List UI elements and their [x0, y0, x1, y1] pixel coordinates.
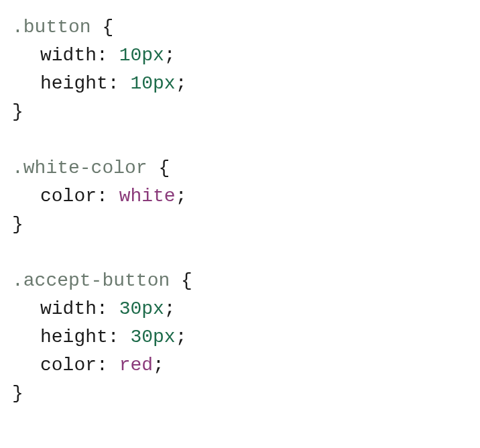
css-property: width — [40, 45, 97, 66]
indent — [12, 42, 40, 70]
indent — [12, 182, 40, 211]
close-brace: } — [12, 101, 23, 122]
semicolon: ; — [164, 45, 176, 66]
css-property: width — [40, 298, 97, 319]
css-rule-close-line: } — [12, 380, 468, 408]
css-property: color — [40, 186, 97, 207]
close-brace: } — [12, 214, 23, 235]
semicolon: ; — [153, 355, 164, 376]
colon: : — [97, 355, 119, 376]
css-value: red — [119, 355, 153, 376]
semicolon: ; — [176, 73, 187, 94]
css-property: height — [40, 73, 108, 94]
css-rule-selector-line: .white-color { — [12, 154, 468, 182]
close-brace: } — [12, 383, 23, 404]
open-brace: { — [91, 17, 114, 38]
css-declaration-line: height: 10px; — [12, 70, 468, 98]
blank-line — [12, 239, 468, 267]
css-value: 10px — [119, 45, 164, 66]
css-declaration-line: color: white; — [12, 182, 468, 211]
colon: : — [97, 298, 119, 319]
css-selector: .accept-button — [12, 270, 170, 291]
css-value: white — [119, 186, 176, 207]
indent — [12, 323, 40, 351]
css-declaration-line: height: 30px; — [12, 323, 468, 351]
semicolon: ; — [176, 327, 187, 347]
css-rule-selector-line: .button { — [12, 13, 468, 42]
colon: : — [97, 45, 119, 66]
css-property: color — [40, 355, 97, 376]
indent — [12, 351, 40, 380]
open-brace: { — [170, 270, 192, 291]
css-selector: .white-color — [12, 158, 147, 178]
css-property: height — [40, 327, 108, 347]
css-code-snippet: .button { width: 10px; height: 10px;} .w… — [12, 13, 468, 408]
css-rule-close-line: } — [12, 98, 468, 126]
indent — [12, 295, 40, 323]
css-declaration-line: width: 10px; — [12, 42, 468, 70]
open-brace: { — [147, 158, 170, 178]
colon: : — [108, 73, 131, 94]
colon: : — [108, 327, 131, 347]
semicolon: ; — [176, 186, 187, 207]
css-rule-close-line: } — [12, 211, 468, 239]
css-value: 30px — [130, 327, 175, 347]
indent — [12, 70, 40, 98]
colon: : — [97, 186, 119, 207]
css-declaration-line: color: red; — [12, 351, 468, 380]
css-value: 10px — [130, 73, 175, 94]
css-rule-selector-line: .accept-button { — [12, 267, 468, 295]
css-value: 30px — [119, 298, 164, 319]
css-selector: .button — [12, 17, 91, 38]
css-declaration-line: width: 30px; — [12, 295, 468, 323]
blank-line — [12, 126, 468, 154]
semicolon: ; — [164, 298, 176, 319]
